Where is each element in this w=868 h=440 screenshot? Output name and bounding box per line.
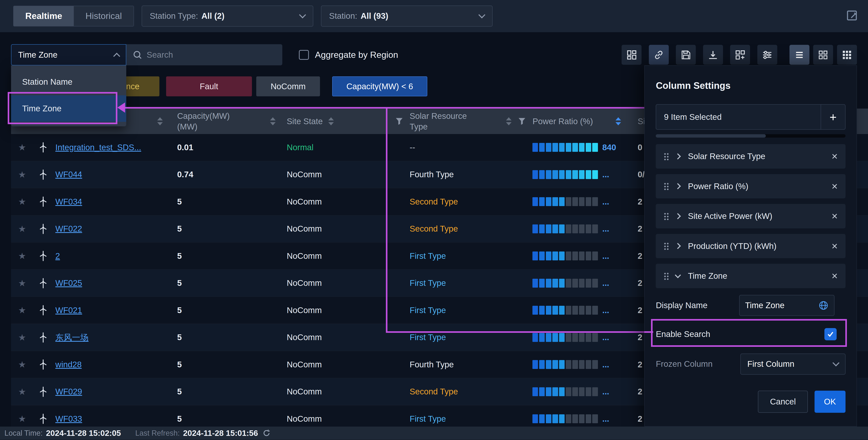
station-link[interactable]: WF022	[53, 224, 177, 234]
favorite-star-icon[interactable]: ★	[18, 142, 26, 153]
column-item-solar-resource-type[interactable]: Solar Resource Type ×	[656, 144, 845, 168]
station-link[interactable]: 东风一场	[53, 332, 177, 343]
sort-site-state[interactable]	[328, 117, 334, 125]
globe-icon[interactable]	[818, 300, 829, 311]
enable-search-checkbox[interactable]	[825, 328, 837, 340]
favorite-star-icon[interactable]: ★	[18, 251, 26, 261]
station-link[interactable]: WF033	[53, 414, 177, 423]
remove-column-icon[interactable]: ×	[832, 151, 838, 162]
column-settings-panel: Column Settings 9 Item Selected + Solar …	[644, 65, 857, 427]
filter-chip-nocomm[interactable]: NoComm	[256, 77, 320, 96]
sort-power-ratio[interactable]	[616, 117, 621, 125]
remove-column-icon[interactable]: ×	[832, 271, 838, 281]
remove-column-icon[interactable]: ×	[832, 211, 838, 221]
favorite-star-icon[interactable]: ★	[18, 359, 26, 370]
drag-handle-icon[interactable]	[663, 182, 669, 190]
list-view-icon[interactable]	[789, 45, 809, 65]
columns-view-icon[interactable]	[837, 45, 857, 65]
sort-solar-type[interactable]	[506, 117, 512, 125]
column-item-time-zone[interactable]: Time Zone ×	[656, 264, 845, 288]
capacity-value: 5	[177, 197, 286, 206]
filter-chip-fault[interactable]: Fault	[166, 77, 252, 96]
station-link[interactable]: Integration_test_SDS...	[53, 143, 177, 152]
search-by-select[interactable]: Time Zone	[11, 44, 126, 65]
sort-capacity[interactable]	[270, 117, 276, 125]
station-type-dropdown[interactable]: Station Type: All (2)	[142, 5, 313, 27]
cancel-button[interactable]: Cancel	[758, 391, 808, 413]
view-switch-group	[789, 45, 857, 65]
solar-type-value: First Type	[408, 414, 533, 423]
sliders-icon[interactable]	[757, 45, 777, 65]
column-item-site-active-power[interactable]: Site Active Power (kW) ×	[656, 204, 845, 228]
save-icon[interactable]	[676, 45, 696, 65]
chevron-right-icon[interactable]	[675, 153, 681, 159]
chevron-right-icon[interactable]	[675, 183, 681, 189]
menu-item-station-name[interactable]: Station Name	[11, 70, 126, 94]
toolbar-row: Time Zone Aggregate by Region	[11, 44, 857, 65]
favorite-star-icon[interactable]: ★	[18, 197, 26, 207]
status-bar: Local Time: 2024-11-28 15:02:05 Last Ref…	[0, 427, 868, 440]
drag-handle-icon[interactable]	[663, 272, 669, 280]
kanban-icon[interactable]	[622, 45, 642, 65]
wind-turbine-icon	[33, 332, 53, 343]
remove-column-icon[interactable]: ×	[832, 241, 838, 251]
refresh-icon[interactable]	[262, 429, 271, 437]
mode-tabs: Realtime Historical	[13, 6, 134, 26]
sort-station-name[interactable]	[157, 117, 163, 125]
solar-type-value: First Type	[408, 305, 533, 315]
favorite-star-icon[interactable]: ★	[18, 386, 26, 397]
station-link[interactable]: WF025	[53, 278, 177, 288]
drag-handle-icon[interactable]	[663, 242, 669, 250]
filter-funnel-icon[interactable]	[518, 117, 526, 125]
filter-chip-capacity[interactable]: Capacity(MW) < 6	[332, 77, 428, 96]
favorite-star-icon[interactable]: ★	[18, 224, 26, 234]
last-refresh-value: 2024-11-28 15:01:56	[183, 429, 258, 438]
station-link[interactable]: WF044	[53, 170, 177, 179]
tab-historical[interactable]: Historical	[74, 6, 133, 26]
favorite-star-icon[interactable]: ★	[18, 278, 26, 288]
drag-handle-icon[interactable]	[663, 212, 669, 220]
last-refresh-label: Last Refresh:	[135, 429, 180, 437]
frozen-column-select[interactable]: First Column	[740, 354, 845, 375]
remove-column-icon[interactable]: ×	[832, 181, 838, 192]
aggregate-by-region-toggle[interactable]: Aggregate by Region	[299, 50, 398, 60]
download-icon[interactable]	[703, 45, 723, 65]
check-icon	[827, 330, 834, 338]
checkbox-unchecked-icon[interactable]	[299, 50, 309, 60]
form-edit-icon[interactable]	[846, 9, 859, 23]
station-link[interactable]: WF034	[53, 197, 177, 206]
tab-realtime[interactable]: Realtime	[13, 6, 74, 26]
station-dropdown[interactable]: Station: All (93)	[321, 5, 493, 27]
add-column-button[interactable]: +	[820, 105, 845, 129]
selected-count-box: 9 Item Selected +	[656, 104, 845, 130]
station-link[interactable]: WF029	[53, 387, 177, 397]
drag-handle-icon[interactable]	[663, 153, 669, 160]
station-link[interactable]: WF021	[53, 305, 177, 315]
solar-type-value: First Type	[408, 333, 533, 342]
favorite-star-icon[interactable]: ★	[18, 305, 26, 316]
chevron-right-icon[interactable]	[675, 243, 681, 249]
chevron-right-icon[interactable]	[675, 213, 681, 219]
column-item-power-ratio[interactable]: Power Ratio (%) ×	[656, 174, 845, 198]
favorite-star-icon[interactable]: ★	[18, 414, 26, 424]
station-link[interactable]: 2	[53, 251, 177, 261]
station-link[interactable]: wind28	[53, 360, 177, 369]
favorite-star-icon[interactable]: ★	[18, 169, 26, 180]
favorite-star-icon[interactable]: ★	[18, 332, 26, 343]
display-name-input[interactable]: Time Zone	[739, 295, 834, 316]
link-icon[interactable]	[649, 45, 669, 65]
display-name-row: Display Name Time Zone	[656, 295, 845, 316]
filter-funnel-icon[interactable]	[395, 117, 403, 125]
column-item-production-ytd[interactable]: Production (YTD) (kWh) ×	[656, 234, 845, 258]
capacity-value: 0.74	[177, 170, 286, 179]
wind-turbine-icon	[33, 169, 53, 180]
grid-view-icon[interactable]	[813, 45, 833, 65]
chevron-down-icon[interactable]	[675, 272, 681, 278]
widgets-icon[interactable]	[730, 45, 750, 65]
site-state-value: NoComm	[286, 224, 408, 234]
power-ratio-label: ...	[602, 278, 609, 288]
search-input[interactable]	[147, 50, 263, 60]
menu-item-time-zone[interactable]: Time Zone	[11, 95, 126, 122]
horizontal-scrollbar[interactable]	[656, 134, 845, 138]
ok-button[interactable]: OK	[814, 391, 845, 413]
